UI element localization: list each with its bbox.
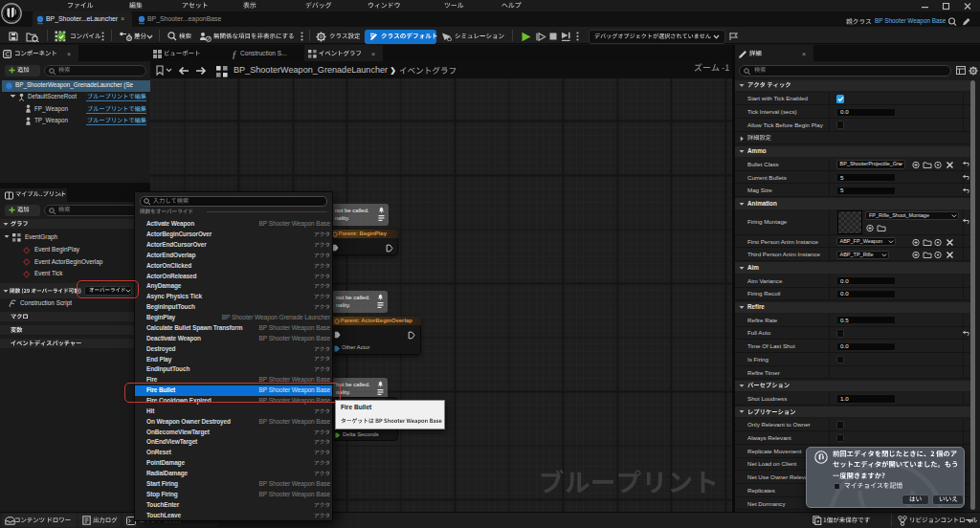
svg-text:f: f <box>233 50 236 59</box>
